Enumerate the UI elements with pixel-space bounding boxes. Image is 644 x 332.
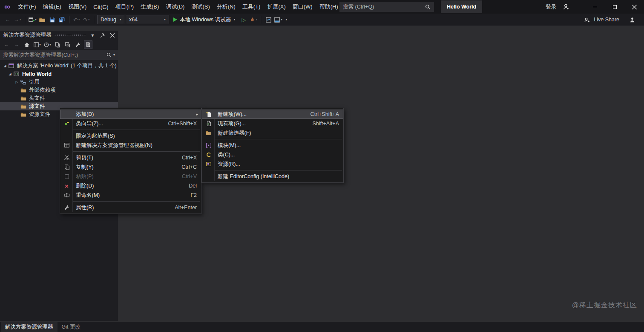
submenu-item-new-filter[interactable]: 新建筛选器(F)	[202, 128, 343, 138]
menu-item-cut[interactable]: 剪切(T) Ctrl+X	[60, 153, 201, 162]
solution-explorer-search[interactable]: 搜索解决方案资源管理器(Ctrl+;) ▾	[0, 50, 118, 60]
menu-build[interactable]: 生成(B)	[137, 0, 162, 14]
references-icon	[20, 79, 27, 86]
tree-row-solution[interactable]: ◢ 解决方案 'Hello World' (1 个项目，共 1 个)	[0, 62, 118, 70]
menu-extensions[interactable]: 扩展(X)	[264, 0, 289, 14]
tree-label: 头文件	[29, 95, 45, 102]
save-button[interactable]	[48, 15, 56, 24]
explorer-forward-icon[interactable]: →	[12, 40, 21, 49]
menu-item-class-wizard[interactable]: 类向导(Z)... Ctrl+Shift+X	[60, 119, 201, 128]
menu-tools[interactable]: 工具(T)	[239, 0, 264, 14]
delete-x-glyph: ×	[65, 182, 69, 190]
redo-icon: ↷	[83, 17, 87, 23]
menu-view[interactable]: 视图(V)	[65, 0, 90, 14]
solution-platform-dropdown[interactable]: x64 ▾	[126, 15, 169, 24]
menu-analyze[interactable]: 分析(N)	[213, 0, 239, 14]
pin-icon[interactable]	[99, 32, 106, 39]
menu-project[interactable]: 项目(P)	[112, 0, 137, 14]
hot-reload-button[interactable]: ▾	[249, 15, 258, 24]
module-icon	[203, 142, 214, 149]
maximize-button[interactable]	[605, 0, 624, 14]
submenu-item-new-editorconfig[interactable]: 新建 EditorConfig (IntelliCode)	[202, 172, 343, 181]
close-panel-icon[interactable]	[109, 32, 116, 39]
watch-window-button[interactable]: ▾	[274, 15, 282, 24]
watermark-text: @稀土掘金技术社区	[572, 301, 637, 310]
start-without-debugging-button[interactable]: ▷	[239, 15, 248, 24]
menu-item-shortcut: Alt+Enter	[163, 205, 197, 211]
sign-in-link[interactable]: 登录	[542, 3, 560, 11]
menu-item-copy[interactable]: 复制(Y) Ctrl+C	[60, 162, 201, 172]
search-filter-chevron-icon[interactable]: ▾	[113, 53, 115, 57]
menu-test[interactable]: 测试(S)	[188, 0, 213, 14]
search-icon	[425, 4, 431, 10]
undo-button[interactable]: ↶▾	[72, 15, 81, 24]
collapsed-twisty-icon[interactable]: ▷	[14, 80, 20, 84]
performance-profiler-button[interactable]	[264, 15, 273, 24]
open-folder-button[interactable]	[38, 15, 46, 24]
tab-git-changes[interactable]: Git 更改	[58, 322, 85, 332]
navigate-forward-icon[interactable]: →▾	[13, 15, 22, 24]
submenu-item-module[interactable]: 模块(M)...	[202, 141, 343, 150]
class-wizard-icon	[61, 120, 72, 127]
properties-icon[interactable]	[74, 40, 82, 49]
menu-window[interactable]: 窗口(W)	[289, 0, 316, 14]
close-button[interactable]	[624, 0, 644, 14]
minimize-button[interactable]	[585, 0, 605, 14]
menu-item-rename[interactable]: 重命名(M) F2	[60, 191, 201, 200]
expanded-twisty-icon[interactable]: ◢	[7, 72, 13, 76]
new-project-button[interactable]: ▾	[28, 15, 37, 24]
redo-button[interactable]: ↷▾	[82, 15, 91, 24]
start-debugging-button[interactable]: 本地 Windows 调试器 ▾	[170, 14, 238, 25]
switch-views-icon[interactable]: ▾	[33, 40, 41, 49]
menu-item-scope-to-this[interactable]: 限定为此范围(S)	[60, 131, 201, 141]
menu-item-paste: 粘贴(P) Ctrl+V	[60, 172, 201, 181]
menu-git[interactable]: Git(G)	[90, 0, 112, 14]
menu-debug[interactable]: 调试(D)	[162, 0, 188, 14]
menu-item-delete[interactable]: × 删除(D) Del	[60, 181, 201, 191]
submenu-item-new-item[interactable]: 新建项(W)... Ctrl+Shift+A	[202, 110, 343, 119]
explorer-back-icon[interactable]: ←	[2, 40, 11, 49]
menu-item-new-solution-explorer-view[interactable]: 新建解决方案资源管理器视图(N)	[60, 141, 201, 150]
submenu-item-resource[interactable]: 资源(R)...	[202, 159, 343, 169]
submenu-item-existing-item[interactable]: 现有项(G)... Shift+Alt+A	[202, 119, 343, 128]
panel-drag-handle[interactable]	[54, 34, 87, 36]
user-profile-icon[interactable]	[560, 0, 572, 14]
collapse-all-icon[interactable]	[63, 40, 72, 49]
menu-separator	[73, 201, 200, 202]
toolbar-separator	[94, 16, 94, 23]
expanded-twisty-icon[interactable]: ◢	[2, 64, 8, 68]
submenu-item-class[interactable]: 类(C)...	[202, 150, 343, 159]
cut-icon	[61, 154, 72, 161]
save-all-button[interactable]	[58, 15, 66, 24]
toolbar-overflow-icon[interactable]: ▾	[285, 18, 287, 21]
navigate-back-icon[interactable]: ←	[3, 15, 12, 24]
menu-item-properties[interactable]: 属性(R) Alt+Enter	[60, 203, 201, 212]
class-icon	[203, 151, 214, 158]
send-feedback-icon[interactable]	[628, 15, 636, 24]
pending-changes-filter-icon[interactable]: ▾	[43, 40, 52, 49]
tree-label: 源文件	[29, 103, 45, 110]
show-all-files-icon[interactable]	[84, 40, 92, 49]
tree-label: 资源文件	[29, 111, 50, 118]
menu-item-label: 删除(D)	[72, 182, 94, 190]
live-share-label[interactable]: Live Share	[594, 17, 619, 23]
tree-row-references[interactable]: ▷ 引用	[0, 78, 118, 86]
chevron-down-icon: ▾	[49, 43, 51, 46]
quick-search-box[interactable]: 搜索 (Ctrl+Q)	[339, 2, 434, 12]
menu-edit[interactable]: 编辑(E)	[40, 0, 65, 14]
tree-row-header-files[interactable]: 头文件	[0, 94, 118, 102]
live-share-icon[interactable]	[583, 15, 591, 24]
home-icon[interactable]	[23, 40, 31, 49]
menu-file[interactable]: 文件(F)	[14, 0, 40, 14]
platform-value: x64	[129, 17, 138, 23]
menu-item-add[interactable]: 添加(D) ▸	[60, 110, 201, 119]
window-position-icon[interactable]: ▾	[89, 32, 96, 39]
menu-item-label: 新建项(W)...	[214, 111, 247, 118]
menu-separator	[73, 130, 200, 130]
sync-with-active-document-icon[interactable]	[53, 40, 62, 49]
tab-solution-explorer[interactable]: 解决方案资源管理器	[1, 322, 58, 332]
menu-help[interactable]: 帮助(H)	[316, 0, 342, 14]
solution-configuration-dropdown[interactable]: Debug ▾	[97, 15, 124, 24]
tree-row-project[interactable]: ◢ Hello World	[0, 70, 118, 78]
tree-row-external-dependencies[interactable]: 外部依赖项	[0, 86, 118, 94]
